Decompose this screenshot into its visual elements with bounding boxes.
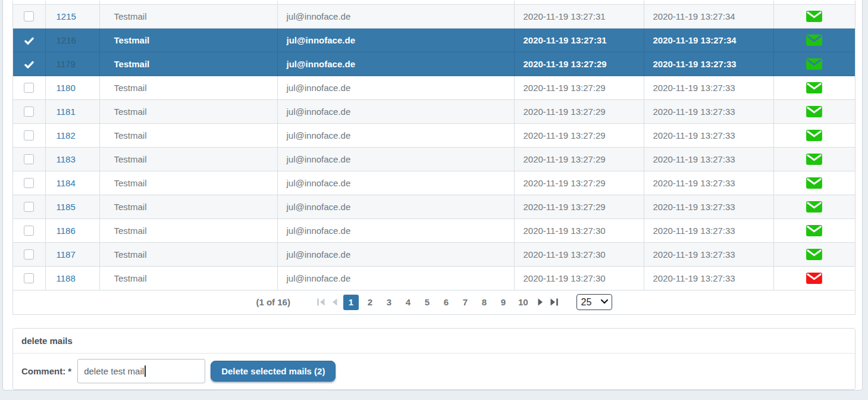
page-button-8[interactable]: 8: [477, 295, 492, 310]
page-button-2[interactable]: 2: [362, 295, 378, 310]
page-button-5[interactable]: 5: [419, 295, 435, 310]
table-row[interactable]: 1215 Testmail jul@innoface.de 2020-11-19…: [13, 4, 855, 28]
row-select-cell[interactable]: [13, 99, 45, 123]
mail-received-timestamp-cell: 2020-11-19 13:27:33: [644, 266, 773, 290]
mail-recipient-cell: jul@innoface.de: [277, 123, 514, 147]
row-select-cell[interactable]: [13, 242, 45, 266]
page-button-1[interactable]: 1: [343, 295, 359, 310]
mail-id-link[interactable]: 1187: [57, 249, 76, 260]
row-select-cell[interactable]: [13, 195, 45, 218]
table-row[interactable]: 1182 Testmail jul@innoface.de 2020-11-19…: [13, 123, 855, 147]
table-row[interactable]: 1180 Testmail jul@innoface.de 2020-11-19…: [13, 76, 855, 99]
mail-id-link[interactable]: 1186: [57, 226, 76, 236]
mail-id-link[interactable]: 1188: [57, 273, 76, 283]
mail-id-cell: 1187: [45, 242, 99, 266]
last-page-button[interactable]: [550, 298, 559, 307]
row-checkbox[interactable]: [24, 202, 34, 212]
mail-id-link[interactable]: 1185: [57, 202, 76, 212]
table-row[interactable]: 1185 Testmail jul@innoface.de 2020-11-19…: [13, 195, 855, 218]
mail-recipient-cell: jul@innoface.de: [277, 171, 514, 195]
row-select-cell[interactable]: [13, 171, 45, 195]
mail-received-timestamp-cell: 2020-11-19 13:27:33: [644, 218, 773, 242]
page-count-label: (1 of 16): [256, 297, 290, 307]
row-checkbox[interactable]: [24, 11, 34, 21]
mail-status-cell: [773, 242, 855, 266]
mail-id-link[interactable]: 1182: [57, 130, 76, 140]
row-select-cell[interactable]: [13, 266, 45, 290]
mail-id-cell: 1182: [45, 123, 99, 147]
table-row[interactable]: 1188 Testmail jul@innoface.de 2020-11-19…: [13, 266, 855, 290]
row-select-cell[interactable]: [13, 4, 45, 28]
mail-sent-timestamp-cell: 2020-11-19 13:27:29: [514, 171, 644, 195]
row-select-cell[interactable]: [13, 218, 45, 242]
delete-mails-panel: delete mails Comment: * delete test mail…: [12, 328, 856, 390]
table-row[interactable]: 1187 Testmail jul@innoface.de 2020-11-19…: [13, 242, 855, 266]
prev-page-button[interactable]: [330, 298, 339, 307]
row-select-cell[interactable]: [13, 147, 45, 171]
mail-status-cell: [773, 76, 855, 99]
page-button-4[interactable]: 4: [400, 295, 416, 310]
row-select-cell[interactable]: [13, 52, 45, 76]
page-button-3[interactable]: 3: [381, 295, 397, 310]
row-select-cell[interactable]: [13, 76, 45, 99]
table-row[interactable]: 1183 Testmail jul@innoface.de 2020-11-19…: [13, 147, 855, 171]
table-row[interactable]: 1184 Testmail jul@innoface.de 2020-11-19…: [13, 171, 855, 195]
mail-sent-timestamp-cell: 2020-11-19 13:27:30: [514, 218, 644, 242]
row-checkbox[interactable]: [24, 226, 34, 236]
mail-received-timestamp-cell: 2020-11-19 13:27:33: [644, 52, 773, 76]
row-checkbox[interactable]: [24, 273, 34, 283]
mail-sent-timestamp-cell: 2020-11-19 13:27:29: [514, 147, 644, 171]
mail-id-cell: 1216: [45, 28, 99, 52]
mail-sent-timestamp-cell: 2020-11-19 13:27:29: [514, 195, 644, 218]
table-row[interactable]: 1186 Testmail jul@innoface.de 2020-11-19…: [13, 218, 855, 242]
mail-id-cell: 1215: [45, 4, 99, 28]
mail-id-link[interactable]: 1179: [57, 59, 76, 69]
mail-recipient-cell: jul@innoface.de: [277, 28, 514, 52]
mail-status-cell: [773, 147, 855, 171]
table-row[interactable]: 1179 Testmail jul@innoface.de 2020-11-19…: [13, 52, 855, 76]
mail-subject-cell: Testmail: [99, 76, 277, 99]
mail-subject-cell: Testmail: [99, 52, 277, 76]
comment-input[interactable]: delete test mail: [77, 359, 205, 383]
first-page-button[interactable]: [317, 298, 325, 307]
row-select-cell[interactable]: [13, 123, 45, 147]
mail-id-link[interactable]: 1184: [57, 178, 76, 188]
mail-id-link[interactable]: 1215: [57, 11, 76, 21]
delete-selected-mails-button[interactable]: Delete selected mails (2): [211, 361, 336, 382]
page-buttons: 12345678910: [341, 295, 534, 310]
page-button-7[interactable]: 7: [457, 295, 473, 310]
row-checkbox[interactable]: [24, 154, 34, 164]
row-checkbox[interactable]: [24, 178, 34, 188]
row-checkbox[interactable]: [24, 107, 34, 117]
page-button-6[interactable]: 6: [438, 295, 454, 310]
mail-id-cell: 1186: [45, 218, 99, 242]
row-checkbox[interactable]: [24, 249, 34, 260]
mail-received-timestamp-cell: 2020-11-19 13:27:33: [644, 99, 773, 123]
mail-id-link[interactable]: 1181: [57, 107, 76, 117]
mail-status-cell: [773, 99, 855, 123]
mail-subject-cell: Testmail: [99, 218, 277, 242]
check-icon: [24, 61, 34, 69]
envelope-status-icon: [806, 11, 822, 22]
table-row[interactable]: 1181 Testmail jul@innoface.de 2020-11-19…: [13, 99, 855, 123]
mail-subject-cell: Testmail: [99, 4, 277, 28]
row-checkbox[interactable]: [24, 130, 34, 140]
next-page-button[interactable]: [536, 298, 545, 307]
mail-id-link[interactable]: 1180: [57, 83, 76, 93]
row-checkbox[interactable]: [24, 83, 34, 93]
envelope-status-icon: [806, 201, 822, 212]
mail-subject-cell: Testmail: [99, 195, 277, 218]
rows-per-page-select[interactable]: 25: [576, 294, 612, 310]
row-select-cell[interactable]: [13, 28, 45, 52]
mail-id-link[interactable]: 1183: [57, 154, 76, 164]
page-button-10[interactable]: 10: [515, 295, 532, 310]
table-row[interactable]: 1216 Testmail jul@innoface.de 2020-11-19…: [13, 28, 855, 52]
page-button-9[interactable]: 9: [496, 295, 511, 310]
mail-recipient-cell: jul@innoface.de: [277, 242, 514, 266]
mail-table: 1215 Testmail jul@innoface.de 2020-11-19…: [12, 1, 856, 315]
mail-status-cell: [773, 28, 855, 52]
mail-recipient-cell: jul@innoface.de: [277, 52, 514, 76]
mail-id-link[interactable]: 1216: [57, 35, 76, 45]
mail-sent-timestamp-cell: 2020-11-19 13:27:30: [514, 266, 644, 290]
paginator: (1 of 16) 12345678910 25: [13, 290, 855, 314]
